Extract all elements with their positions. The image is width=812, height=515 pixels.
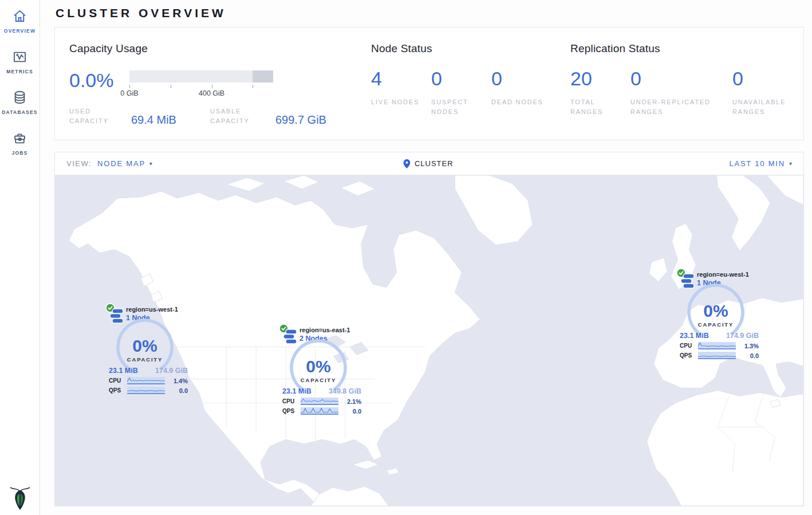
view-bar: VIEW: NODE MAP ▾ CLUSTER LAST 10 MIN ▾: [55, 152, 803, 175]
marker-region-label: region=eu-west-1: [697, 271, 749, 278]
usable-capacity-value: 699.7 GiB: [275, 114, 338, 126]
view-label: VIEW:: [66, 159, 92, 168]
replication-status-title: Replication Status: [570, 42, 795, 55]
marker-capacity-label: CAPACITY: [287, 377, 350, 383]
marker-qps-row: QPS 0.0: [282, 407, 361, 415]
metrics-icon: [12, 49, 27, 65]
cpu-sparkline: [301, 398, 338, 405]
marker-region-label: region=us-east-1: [299, 327, 350, 333]
node-status-section: Node Status 4 LIVE NODES 0 SUSPECT NODES…: [371, 42, 570, 140]
capacity-percent: 0.0%: [69, 70, 124, 90]
cpu-sparkline: [698, 342, 736, 349]
node-marker-us-east-1[interactable]: region=us-east-1 2 Nodes 0% CAPACITY 23.…: [279, 324, 365, 418]
capacity-bar: [129, 70, 273, 82]
capacity-bar-nonusable-segment: [253, 70, 273, 82]
marker-region-label: region=us-west-1: [126, 306, 178, 313]
marker-capacity-percent: 0%: [113, 336, 176, 356]
marker-capacity-values: 23.1 MiB 174.9 GiB: [680, 332, 759, 340]
sidebar-item-jobs[interactable]: JOBS: [0, 122, 40, 163]
sidebar-item-label: JOBS: [12, 150, 28, 156]
tick-label: 400 GiB: [199, 89, 224, 97]
marker-capacity-percent: 0%: [287, 357, 350, 376]
cockroachdb-logo: [0, 486, 40, 510]
breadcrumb[interactable]: CLUSTER: [403, 159, 454, 168]
sidebar: OVERVIEW METRICS DATABASES JOBS: [0, 0, 40, 515]
breadcrumb-cluster: CLUSTER: [415, 159, 454, 168]
marker-qps-row: QPS 0.0: [680, 352, 759, 359]
marker-capacity-label: CAPACITY: [684, 321, 747, 328]
node-marker-eu-west-1[interactable]: region=eu-west-1 1 Node 0% CAPACITY 23.1…: [676, 268, 762, 363]
used-capacity-label: USED CAPACITY: [69, 107, 119, 126]
page-title: CLUSTER OVERVIEW: [54, 0, 804, 27]
capacity-bar-ticks: 0 GiB 400 GiB: [129, 85, 273, 99]
qps-sparkline: [127, 387, 165, 394]
time-range-selector[interactable]: LAST 10 MIN ▾: [729, 159, 792, 168]
jobs-icon: [12, 131, 27, 146]
dead-nodes-stat: 0 DEAD NODES: [491, 69, 551, 117]
suspect-nodes-stat: 0 SUSPECT NODES: [431, 69, 491, 117]
sidebar-item-label: DATABASES: [2, 109, 37, 115]
live-nodes-stat: 4 LIVE NODES: [371, 69, 431, 117]
marker-used-capacity: 23.1 MiB: [680, 332, 709, 340]
chevron-down-icon[interactable]: ▾: [149, 160, 152, 167]
marker-cpu-row: CPU 1.4%: [109, 377, 188, 384]
main-content: CLUSTER OVERVIEW Capacity Usage 0.0% 0 G…: [40, 0, 812, 506]
usable-capacity-label: USABLE CAPACITY: [210, 107, 263, 126]
tick-label: 0 GiB: [120, 89, 138, 97]
marker-capacity-label: CAPACITY: [113, 356, 176, 363]
marker-capacity-values: 23.1 MiB 174.9 GiB: [109, 367, 188, 375]
marker-qps-row: QPS 0.0: [109, 387, 188, 394]
total-ranges-stat: 20 TOTAL RANGES: [570, 69, 630, 117]
databases-icon: [12, 90, 27, 105]
world-map: region=us-west-1 1 Node 0% CAPACITY 23.1…: [55, 175, 803, 506]
marker-total-capacity: 349.8 GiB: [329, 387, 361, 395]
home-icon: [12, 9, 27, 24]
used-capacity-value: 69.4 MiB: [131, 114, 194, 126]
map-pin-icon: [403, 159, 410, 168]
sidebar-item-databases[interactable]: DATABASES: [0, 81, 40, 122]
qps-sparkline: [301, 407, 338, 415]
qps-sparkline: [698, 352, 736, 359]
sidebar-item-metrics[interactable]: METRICS: [0, 41, 40, 81]
marker-cpu-row: CPU 2.1%: [282, 398, 361, 405]
replication-status-section: Replication Status 20 TOTAL RANGES 0 UND…: [570, 42, 795, 140]
sidebar-item-label: OVERVIEW: [4, 28, 36, 34]
marker-cpu-row: CPU 1.3%: [680, 342, 759, 349]
marker-used-capacity: 23.1 MiB: [109, 367, 138, 375]
marker-capacity-percent: 0%: [684, 301, 747, 321]
cpu-sparkline: [127, 377, 165, 384]
sidebar-item-label: METRICS: [6, 69, 33, 74]
marker-total-capacity: 174.9 GiB: [726, 332, 759, 340]
unavailable-ranges-stat: 0 UNAVAILABLE RANGES: [732, 69, 795, 117]
view-selector[interactable]: NODE MAP: [97, 159, 145, 168]
cluster-summary-panel: Capacity Usage 0.0% 0 GiB 400 GiB: [54, 27, 804, 140]
chevron-down-icon: ▾: [789, 160, 792, 167]
marker-total-capacity: 174.9 GiB: [155, 367, 188, 375]
node-status-title: Node Status: [371, 42, 570, 55]
capacity-usage-section: Capacity Usage 0.0% 0 GiB 400 GiB: [69, 42, 371, 140]
node-map-panel: VIEW: NODE MAP ▾ CLUSTER LAST 10 MIN ▾: [54, 152, 804, 506]
marker-capacity-values: 23.1 MiB 349.8 GiB: [282, 387, 361, 395]
capacity-usage-title: Capacity Usage: [69, 42, 371, 55]
under-replicated-ranges-stat: 0 UNDER-REPLICATED RANGES: [630, 69, 732, 117]
node-marker-us-west-1[interactable]: region=us-west-1 1 Node 0% CAPACITY 23.1…: [105, 303, 191, 398]
sidebar-item-overview[interactable]: OVERVIEW: [0, 0, 40, 41]
marker-used-capacity: 23.1 MiB: [282, 387, 312, 395]
